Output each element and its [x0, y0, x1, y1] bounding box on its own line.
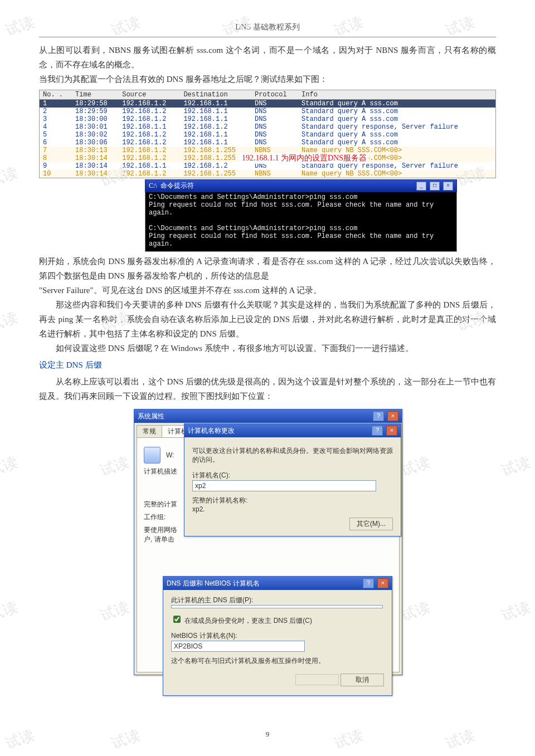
lbl-change-suffix: 在域成员身份变化时，更改主 DNS 后缀(C) [184, 617, 312, 625]
help-icon[interactable]: ? [363, 578, 374, 588]
rename-titlebar: 计算机名称更改 ? × [184, 424, 401, 437]
close-icon[interactable]: × [443, 182, 453, 191]
sysprops-title: 系统属性 [138, 412, 369, 421]
help-icon[interactable]: ? [372, 426, 383, 436]
capture-row[interactable]: 218:29:59192.168.1.2192.168.1.1DNSStanda… [40, 108, 496, 115]
rename-note: 可以更改这台计算机的名称和成员身份。更改可能会影响对网络资源的访问。 [192, 446, 393, 464]
col-no: No. . [40, 90, 72, 100]
capture-row[interactable]: 118:29:58192.168.1.2192.168.1.1DNSStanda… [40, 100, 496, 108]
computer-icon [144, 447, 160, 464]
paragraph-2: 当我们为其配置一个合法且有效的 DNS 服务器地址之后呢？测试结果如下图： [39, 72, 496, 86]
computer-name-change-window: 计算机名称更改 ? × 可以更改这台计算机的名称和成员身份。更改可能会影响对网络… [184, 423, 401, 536]
capture-row[interactable]: 618:30:06192.168.1.2192.168.1.1DNSStanda… [40, 139, 496, 147]
lbl-computer-name: 计算机名(C): [192, 471, 393, 480]
cancel-button[interactable]: 取消 [341, 674, 384, 686]
minimize-icon[interactable]: _ [416, 182, 426, 191]
capture-annotation: 192.168.1.1 为网内的设置DNS服务器 [240, 153, 369, 164]
capture-row[interactable]: 318:30:00192.168.1.2192.168.1.1DNSStanda… [40, 115, 496, 123]
lbl-full-name: 完整的计算 [144, 500, 183, 509]
close-icon[interactable]: × [386, 426, 397, 436]
paragraph-5: 那这些内容和我们今天要讲的多种 DNS 后缀有什么关联呢？其实是这样的，当我们为… [39, 297, 496, 341]
computer-name-input[interactable]: xp2 [192, 480, 376, 491]
close-icon[interactable]: × [387, 411, 398, 421]
packet-capture-table: No. . Time Source Destination Protocol I… [39, 90, 496, 178]
page-number: 9 [39, 730, 496, 739]
capture-header-row: No. . Time Source Destination Protocol I… [40, 90, 496, 100]
more-button[interactable]: 其它(M)... [349, 518, 393, 530]
col-proto: Protocol [251, 90, 298, 100]
lbl-primary-suffix: 此计算机的主 DNS 后缀(P): [171, 596, 384, 605]
lbl-netid: 要使用网络 户, 请单击 [144, 525, 183, 544]
col-info: Info [298, 90, 495, 100]
capture-row[interactable]: 1018:30:14192.168.1.2192.168.1.255NBNSNa… [40, 170, 496, 178]
tab-0[interactable]: 常规 [137, 425, 162, 437]
change-suffix-checkbox[interactable] [173, 616, 181, 623]
suffix-note: 这个名称可在与旧式计算机及服务相互操作时使用。 [171, 656, 384, 666]
col-dest: Destination [180, 90, 251, 100]
help-icon[interactable]: ? [373, 411, 384, 421]
paragraph-7: 从名称上应该可以看出，这个 DNS 后缀的优先级是很高的，因为这个设置是针对整个… [39, 374, 496, 403]
lbl-netbios-name: NetBIOS 计算机名(N): [171, 631, 384, 641]
capture-row[interactable]: 518:30:02192.168.1.2192.168.1.1DNSStanda… [40, 131, 496, 139]
sysprops-titlebar: 系统属性 ? × [134, 409, 402, 423]
ok-button-faded [295, 674, 339, 685]
suffix-titlebar: DNS 后缀和 NetBIOS 计算机名 ? × [163, 577, 392, 590]
dns-suffix-netbios-window: DNS 后缀和 NetBIOS 计算机名 ? × 此计算机的主 DNS 后缀(P… [163, 576, 392, 696]
paragraph-1: 从上图可以看到，NBNS 服务试图在解析 sss.com 这个名词，而不是一个域… [39, 43, 496, 72]
capture-row[interactable]: 418:30:01192.168.1.1192.168.1.2DNSStanda… [40, 123, 496, 131]
col-time: Time [72, 90, 119, 100]
rename-title: 计算机名称更改 [188, 426, 368, 436]
suffix-title: DNS 后缀和 NetBIOS 计算机名 [167, 579, 359, 588]
paragraph-6: 如何设置这些 DNS 后缀呢？在 Windows 系统中，有很多地方可以设置。下… [39, 341, 496, 355]
cmd-window: C:\ 命令提示符 _ □ × C:\Documents and Setting… [145, 179, 457, 252]
cmd-title: 命令提示符 [160, 181, 194, 191]
cmd-titlebar: C:\ 命令提示符 _ □ × [145, 179, 457, 192]
netbios-name-input[interactable]: XP2BIOS [171, 641, 305, 652]
doc-header: DNS 基础教程系列 [39, 22, 496, 32]
paragraph-4: "Server Failure"。可见在这台 DNS 的区域里并不存在 sss.… [39, 283, 496, 297]
close-icon[interactable]: × [377, 578, 388, 588]
cmd-body: C:\Documents and Settings\Administrator>… [145, 192, 457, 252]
section-heading-link[interactable]: 设定主 DNS 后缀 [39, 358, 496, 372]
dialog-stack: 系统属性 ? × 常规计算机名硬件高级系统还原自动更新远程 W: 计算机描述 完… [134, 409, 401, 721]
paragraph-3: 刚开始，系统会向 DNS 服务器发出标准的 A 记录查询请求，看是否存在 sss… [39, 254, 496, 283]
primary-suffix-input[interactable] [171, 605, 383, 608]
lbl-full-computer-name: 完整的计算机名称: [192, 496, 393, 505]
maximize-icon[interactable]: □ [430, 182, 440, 191]
cmd-icon: C:\ [149, 182, 157, 190]
lbl-computer-desc: 计算机描述 [144, 467, 183, 476]
header-rule [39, 37, 496, 37]
lbl-workgroup: 工作组: [144, 513, 183, 522]
col-source: Source [119, 90, 180, 100]
val-full-computer-name: xp2. [192, 505, 393, 513]
